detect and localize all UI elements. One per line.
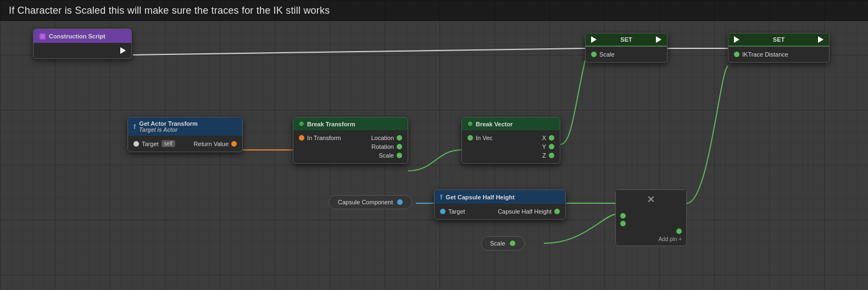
set-scale-header: SET	[586, 34, 667, 47]
multiply-in1-row	[620, 212, 682, 220]
set-ik-exec-in[interactable]	[734, 36, 739, 43]
break-transform-in-row: In Transform Location	[299, 133, 402, 142]
y-label: Y	[542, 143, 546, 150]
ik-var-label: IKTrace Distance	[742, 51, 788, 58]
comment-banner: If Character is Scaled this will make su…	[0, 0, 868, 22]
multiply-in1-pin[interactable]	[620, 213, 626, 219]
target-pin-in[interactable]	[133, 141, 139, 147]
get-capsule-header: f Get Capsule Half Height	[435, 190, 565, 204]
scale-var-pin-in[interactable]	[591, 52, 597, 57]
break-transform-title: Break Transform	[307, 121, 355, 127]
break-vec-in-row: In Vec X	[468, 133, 554, 142]
get-actor-header: f Get Actor Transform Target is Actor	[128, 118, 242, 136]
set-ik-title: SET	[743, 36, 815, 43]
multiply-out-pin[interactable]	[676, 228, 682, 234]
multiply-body: Add pin +	[616, 209, 686, 246]
multiply-symbol: ×	[616, 190, 686, 209]
capsule-output-label: Capsule Half Height	[498, 208, 552, 215]
break-vector-header: ⊕ Break Vector	[462, 118, 560, 130]
x-label: X	[542, 135, 546, 141]
set-ik-header: SET	[728, 34, 829, 47]
break-vec-y-row: Y	[468, 142, 554, 151]
break-vector-title: Break Vector	[476, 121, 513, 127]
capsule-height-pin-out[interactable]	[554, 209, 560, 214]
in-vec-pin[interactable]	[468, 135, 473, 141]
get-capsule-node: f Get Capsule Half Height Target Capsule…	[434, 189, 566, 220]
break-transform-body: In Transform Location Rotation Scale	[293, 130, 408, 163]
capsule-target-label: Target	[448, 208, 465, 215]
scale-var-label: Scale	[599, 51, 615, 58]
set-scale-exec-in[interactable]	[591, 36, 597, 43]
set-ik-node: SET IKTrace Distance	[728, 33, 830, 63]
multiply-icon: ×	[648, 192, 655, 207]
break-transform-node: ⊕ Break Transform In Transform Location …	[293, 117, 408, 164]
construction-script-header: ▣ Construction Script	[34, 29, 131, 43]
comment-text: If Character is Scaled this will make su…	[9, 5, 330, 16]
ik-var-row: IKTrace Distance	[734, 50, 824, 59]
get-actor-title: Get Actor Transform	[139, 120, 198, 127]
scale-pin-out[interactable]	[397, 153, 402, 158]
multiply-node: × Add pin +	[615, 189, 687, 246]
break-transform-icon: ⊕	[299, 120, 304, 127]
x-pin-out[interactable]	[549, 135, 554, 141]
in-vec-label: In Vec	[476, 135, 493, 141]
y-pin-out[interactable]	[549, 144, 554, 149]
break-transform-rot-row: Rotation	[299, 142, 402, 151]
construction-script-node: ▣ Construction Script	[33, 29, 132, 59]
break-vector-body: In Vec X Y Z	[462, 130, 560, 163]
construction-script-body	[34, 43, 131, 58]
z-label: Z	[542, 152, 546, 159]
break-transform-scale-row: Scale	[299, 151, 402, 160]
capsule-label: Capsule Component	[338, 199, 393, 205]
multiply-in2-pin[interactable]	[620, 221, 626, 226]
capsule-component-pill[interactable]: Capsule Component	[329, 195, 412, 209]
construction-script-icon: ▣	[39, 32, 46, 40]
return-value-pin[interactable]	[231, 141, 237, 147]
capsule-fn-icon: f	[440, 193, 442, 201]
add-pin-label[interactable]: Add pin +	[620, 236, 682, 242]
break-vector-icon: ⊕	[468, 120, 472, 127]
set-ik-body: IKTrace Distance	[728, 47, 829, 62]
location-pin-out[interactable]	[397, 135, 402, 141]
in-transform-label: In Transform	[307, 135, 341, 141]
get-actor-target-row: Target self Return Value	[133, 139, 237, 148]
capsule-half-header: Get Capsule Half Height	[446, 194, 514, 200]
return-value-label: Return Value	[194, 141, 229, 147]
get-actor-subtitle: Target is Actor	[139, 127, 198, 133]
rotation-label: Rotation	[371, 143, 394, 150]
scale-out-label: Scale	[379, 152, 394, 159]
break-transform-header: ⊕ Break Transform	[293, 118, 408, 130]
set-ik-exec-out[interactable]	[818, 36, 824, 43]
multiply-in2-row	[620, 220, 682, 227]
get-actor-body: Target self Return Value	[128, 136, 242, 152]
location-label: Location	[371, 135, 394, 141]
construction-script-title: Construction Script	[49, 33, 105, 40]
set-scale-title: SET	[600, 36, 653, 43]
in-transform-pin[interactable]	[299, 135, 304, 141]
break-vector-node: ⊕ Break Vector In Vec X Y Z	[461, 117, 560, 164]
set-scale-node: SET Scale	[585, 33, 667, 63]
rotation-pin-out[interactable]	[397, 144, 402, 149]
set-scale-body: Scale	[586, 47, 667, 62]
z-pin-out[interactable]	[549, 153, 554, 158]
get-actor-transform-node: f Get Actor Transform Target is Actor Ta…	[127, 117, 243, 152]
capsule-pin-out[interactable]	[397, 199, 403, 205]
scale-pill[interactable]: Scale	[481, 236, 525, 250]
set-scale-exec-out[interactable]	[656, 36, 661, 43]
fn-icon: f	[133, 122, 136, 131]
scale-pill-label: Scale	[490, 240, 505, 247]
self-badge: self	[162, 140, 176, 147]
get-capsule-body: Target Capsule Half Height	[435, 204, 565, 219]
ik-var-pin-in[interactable]	[734, 52, 739, 57]
capsule-target-pin-in[interactable]	[440, 209, 446, 214]
capsule-target-row: Target Capsule Half Height	[440, 207, 560, 216]
break-vec-z-row: Z	[468, 151, 554, 160]
multiply-addpin-row[interactable]	[620, 227, 682, 235]
target-label: Target	[142, 141, 159, 147]
construction-script-exec-out[interactable]	[120, 47, 126, 54]
scale-pill-pin-out[interactable]	[510, 241, 515, 246]
scale-var-row: Scale	[591, 50, 661, 59]
